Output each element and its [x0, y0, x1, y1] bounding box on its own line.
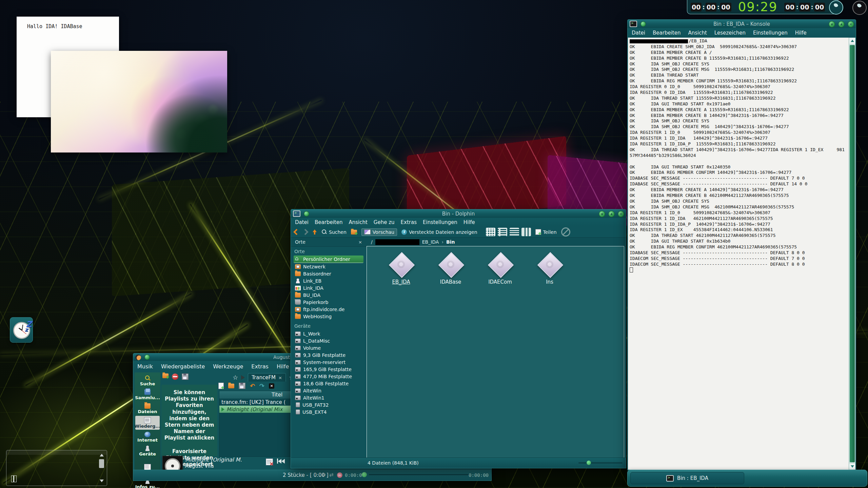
back-button[interactable] [294, 230, 299, 234]
shuffle-icon[interactable]: ⇄ [329, 472, 334, 478]
share-button[interactable]: Teilen [535, 229, 557, 235]
new-folder-button[interactable] [351, 230, 357, 235]
file-item-ins[interactable]: Ins [525, 251, 574, 285]
sidebar-item-usb-fat32[interactable]: USB_FAT32 [294, 401, 363, 408]
scroll-up-icon[interactable] [100, 454, 104, 456]
clear-icon[interactable]: × [269, 383, 274, 389]
star-icon[interactable]: ☆ [233, 374, 238, 381]
moon-icon[interactable] [829, 0, 843, 15]
tab-close-icon[interactable]: × [278, 375, 282, 380]
list-view-button[interactable] [510, 228, 519, 236]
sidebar-item-volume[interactable]: Volume [294, 344, 363, 351]
zoom-slider[interactable] [578, 462, 623, 464]
redo-icon[interactable]: ↷ [259, 383, 264, 389]
menu-item-extras[interactable]: Extras [401, 219, 417, 225]
progress-track[interactable] [369, 474, 470, 475]
sidebar-item-pers-nlicher-ordner[interactable]: Persönlicher Ordner [294, 256, 363, 263]
sidebar-item-165-9-gib-festplatte[interactable]: 165,9 GiB Festplatte [294, 366, 363, 373]
sidebar-item-ftp-individcore-de[interactable]: ftp.individcore.de [294, 306, 363, 313]
search-button[interactable]: Suchen [322, 229, 347, 235]
maximize-button[interactable]: ∧ [838, 21, 845, 27]
sidebar-item-18-6-gib-festplatte[interactable]: 18,6 GiB Festplatte [294, 380, 363, 387]
hidden-files-button[interactable]: iVersteckte Dateien anzeigen [401, 229, 477, 235]
amarok-sidebar-ger-te[interactable]: Geräte [135, 444, 160, 458]
scrollbar-thumb[interactable] [99, 459, 104, 468]
sidebar-item-system-reserviert[interactable]: System-reserviert [294, 359, 363, 366]
breadcrumb-parent[interactable]: EB_IDA [422, 239, 439, 245]
menu-item-einstellungen[interactable]: Einstellungen [753, 30, 788, 36]
menu-item-datei[interactable]: Datei [295, 219, 309, 225]
menu-item-hilfe[interactable]: Hilfe [463, 219, 475, 225]
menu-item-werkzeuge[interactable]: Werkzeuge [213, 363, 243, 370]
close-button[interactable]: ✕ [618, 211, 624, 217]
file-view[interactable]: EB_IDAIDABaseIDAEComIns [367, 246, 624, 458]
menu-item-datei[interactable]: Datei [632, 30, 645, 36]
undo-icon[interactable]: ↶ [250, 383, 255, 389]
sidebar-item-basisordner[interactable]: Basisordner [294, 270, 363, 277]
file-item-idabase[interactable]: IDABase [426, 251, 475, 285]
audioscrobbler-icon[interactable]: as [337, 472, 342, 478]
icons-view-button[interactable] [486, 228, 495, 236]
file-item-idaecom[interactable]: IDAECom [475, 251, 525, 285]
transparent-widget[interactable] [6, 450, 107, 486]
menu-item-bearbeiten[interactable]: Bearbeiten [653, 30, 680, 36]
menu-item-bearbeiten[interactable]: Bearbeiten [315, 219, 342, 225]
widget-scrollbar[interactable] [99, 454, 104, 482]
tab-trancefm[interactable]: TranceFM × [248, 373, 286, 382]
menu-item-ansicht[interactable]: Ansicht [688, 30, 707, 36]
sidebar-item-link-eb[interactable]: Link_EB [294, 277, 363, 284]
sidebar-item-webhosting[interactable]: WebHosting [294, 313, 363, 320]
sidebar-item-altewin1[interactable]: AlteWin1 [294, 394, 363, 401]
save-icon[interactable] [182, 373, 189, 380]
amarok-sidebar-wiederg[interactable]: Wiederg... [135, 416, 160, 430]
save-playlist-icon[interactable] [239, 383, 245, 389]
sidebar-item-9-3-gib-festplatte[interactable]: 9,3 GiB Festplatte [294, 351, 363, 359]
sidebar-item-link-ida[interactable]: Link_IDA [294, 284, 363, 291]
file-item-eb-ida[interactable]: EB_IDA [376, 251, 426, 285]
analog-clock-widget[interactable]: Z z [10, 317, 33, 343]
sidebar-item-bu-ida[interactable]: BU_IDA [294, 291, 363, 299]
panel-close-icon[interactable]: × [358, 240, 362, 245]
sidebar-item-altewin[interactable]: AlteWin [294, 387, 363, 394]
scroll-up-button[interactable] [849, 38, 855, 44]
forward-button[interactable] [303, 230, 308, 234]
no-entry-icon[interactable] [172, 373, 178, 380]
minimize-button[interactable]: ∨ [829, 21, 835, 27]
play-icon[interactable] [241, 375, 245, 380]
menu-item-einstellungen[interactable]: Einstellungen [423, 219, 457, 225]
terminal-scrollbar[interactable] [849, 38, 855, 470]
breadcrumb-current[interactable]: Bin [446, 239, 455, 245]
previous-button[interactable] [277, 459, 285, 464]
progress-handle[interactable] [362, 472, 367, 477]
breadcrumb-root[interactable]: / [371, 239, 373, 245]
sidebar-item-l-datamisc[interactable]: L_DataMisc [294, 337, 363, 344]
menu-item-lesezeichen[interactable]: Lesezeichen [714, 30, 746, 36]
stop-icon[interactable] [561, 227, 570, 237]
sidebar-item-usb-ext4[interactable]: USB_EXT4 [294, 408, 363, 415]
menu-item-wiedergabeliste[interactable]: Wiedergabeliste [161, 363, 205, 370]
up-button[interactable] [312, 229, 317, 235]
open-folder-icon[interactable] [228, 384, 234, 388]
sidebar-item-l-work[interactable]: L_Work [294, 330, 363, 337]
sidebar-item-netzwerk[interactable]: Netzwerk [294, 263, 363, 270]
amarok-sidebar-suche[interactable]: Suche [135, 374, 160, 387]
columns-view-button[interactable] [521, 228, 531, 236]
menu-item-ansicht[interactable]: Ansicht [349, 219, 367, 225]
new-playlist-icon[interactable] [218, 383, 224, 389]
amarok-sidebar-internet[interactable]: Internet [135, 430, 160, 444]
repeat-icon[interactable]: ↻ [322, 472, 326, 478]
menu-item-hilfe[interactable]: Hilfe [795, 30, 807, 36]
scroll-down-icon[interactable] [100, 480, 104, 482]
amarok-sidebar-dateien[interactable]: Dateien [135, 402, 160, 415]
menu-item-gehe-zu[interactable]: Gehe zu [374, 219, 395, 225]
konsole-titlebar[interactable]: Bin : EB_IDA – Konsole ∨ ∧ ✕ [628, 20, 856, 28]
close-button[interactable]: ✕ [848, 21, 854, 27]
amarok-sidebar-sammlu[interactable]: Sammlu... [135, 388, 160, 401]
terminal-area[interactable]: /EB_IDA OK EBIDA CREATE SHM_OBJ_IDA 5099… [628, 38, 855, 470]
menu-item-hilfe[interactable]: Hilfe [277, 363, 289, 370]
details-view-button[interactable] [498, 228, 507, 236]
maximize-button[interactable]: ∧ [608, 211, 615, 217]
menu-item-extras[interactable]: Extras [251, 363, 269, 370]
scrollbar-thumb[interactable] [850, 45, 855, 462]
clear-playlist-button[interactable] [266, 459, 273, 465]
